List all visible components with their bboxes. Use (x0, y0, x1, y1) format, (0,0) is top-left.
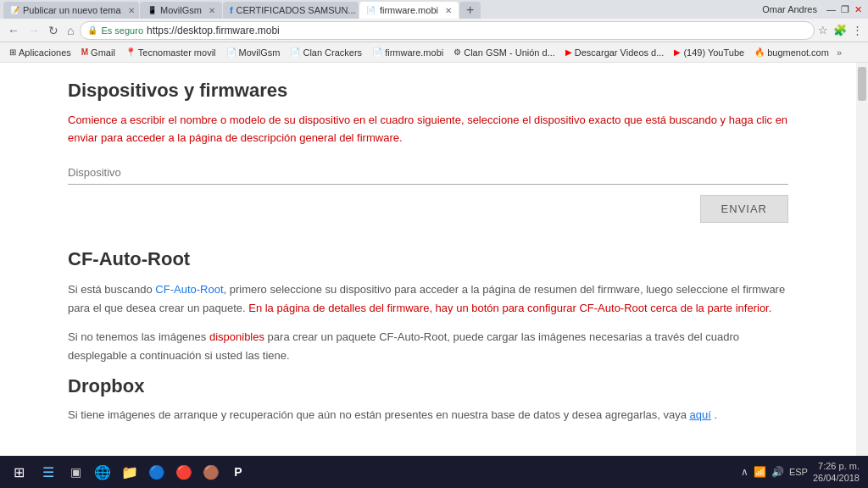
secure-label: Es seguro (101, 25, 143, 36)
bookmark-bugmenot-label: bugmenot.com (767, 47, 829, 58)
bookmark-clancrackers[interactable]: 📄 Clan Crackers (286, 44, 366, 61)
section-dropbox: Dropbox Si tiene imágenes de arranque y … (68, 375, 788, 424)
url-text: https://desktop.firmware.mobi (147, 25, 807, 36)
taskbar-cortana[interactable]: ☰ (36, 459, 61, 485)
section3-title: Dropbox (68, 375, 788, 397)
back-button[interactable]: ← (5, 24, 22, 37)
tab4-label: firmware.mobi (380, 5, 438, 15)
bookmark-clangsm[interactable]: ⚙ Clan GSM - Unión d... (449, 44, 559, 61)
bookmark-youtube[interactable]: ▶ (149) YouTube (670, 44, 748, 61)
bookmark-firmware[interactable]: 📄 firmware.mobi (368, 44, 448, 61)
navigation-bar: ← → ↻ ⌂ 🔒 Es seguro https://desktop.firm… (0, 19, 868, 42)
section1-desc-text: Comience a escribir el nombre o modelo d… (68, 114, 787, 144)
tab1-label: Publicar un nuevo tema (23, 5, 121, 15)
bookmark-descargar[interactable]: ▶ Descargar Videos d... (561, 44, 669, 61)
tab3-favicon: f (230, 5, 233, 15)
bookmark-apps[interactable]: ⊞ Aplicaciones (5, 44, 75, 61)
bookmark-clangsm-label: Clan GSM - Unión d... (464, 47, 555, 58)
device-input[interactable] (68, 161, 788, 185)
icon5: 🔴 (175, 464, 192, 480)
scroll-thumb[interactable] (858, 67, 866, 101)
bookmark-descargar-label: Descargar Videos d... (575, 47, 665, 58)
tecnomaster-icon: 📍 (125, 47, 136, 57)
bookmark-apps-label: Aplicaciones (19, 47, 71, 58)
minimize-button[interactable]: — (824, 4, 838, 14)
tray-sound-icon[interactable]: 🔊 (771, 466, 784, 478)
close-button[interactable]: ✕ (852, 4, 865, 15)
title-bar: 📝 Publicar un nuevo tema ✕ 📱 MovilGsm ✕ … (0, 0, 868, 19)
forward-button[interactable]: → (25, 24, 42, 37)
maximize-button[interactable]: ❐ (838, 4, 852, 15)
tab-1[interactable]: 📝 Publicar un nuevo tema ✕ (3, 2, 139, 19)
icon6: 🟤 (203, 464, 220, 480)
username-label: Omar Andres (762, 4, 817, 14)
taskbar-edge[interactable]: 🌐 (90, 459, 115, 485)
section3-desc-text: Si tiene imágenes de arranque y recupera… (68, 408, 687, 421)
bookmark-youtube-label: (149) YouTube (683, 47, 744, 58)
bookmark-bugmenot[interactable]: 🔥 bugmenot.com (750, 44, 833, 61)
address-bar[interactable]: 🔒 Es seguro https://desktop.firmware.mob… (80, 21, 815, 40)
descargar-icon: ▶ (565, 47, 572, 57)
extension-icon[interactable]: 🧩 (833, 24, 847, 36)
scrollbar[interactable] (856, 63, 868, 456)
section3-desc: Si tiene imágenes de arranque y recupera… (68, 406, 788, 424)
home-button[interactable]: ⌂ (64, 24, 76, 37)
taskbar-taskview[interactable]: ▣ (63, 459, 88, 485)
section3-desc-after: . (715, 408, 718, 421)
taskbar-chrome[interactable]: 🔵 (144, 459, 170, 485)
start-button[interactable]: ⊞ (3, 457, 34, 487)
taskbar-explorer[interactable]: 📁 (117, 459, 142, 485)
bugmenot-icon: 🔥 (754, 47, 765, 57)
bookmark-gmail-label: Gmail (91, 47, 115, 58)
refresh-button[interactable]: ↻ (46, 24, 61, 37)
section2-highlight2: disponibles (209, 330, 264, 343)
tray-network-icon[interactable]: 📶 (754, 466, 766, 478)
icon7: P (234, 465, 242, 479)
tab1-close[interactable]: ✕ (128, 6, 135, 15)
tray-up-icon[interactable]: ∧ (741, 466, 748, 478)
bookmark-clancrackers-label: Clan Crackers (303, 47, 362, 58)
bookmarks-more-icon[interactable]: » (837, 47, 842, 58)
firmware-bm-icon: 📄 (372, 47, 382, 57)
taskbar-icon6[interactable]: 🟤 (198, 459, 224, 485)
nav-right-icons: ☆ 🧩 ⋮ (818, 24, 863, 36)
bookmark-tecnomaster[interactable]: 📍 Tecnomaster movil (121, 44, 220, 61)
star-icon[interactable]: ☆ (818, 24, 828, 36)
taskbar-icon7[interactable]: P (225, 459, 251, 485)
submit-btn-container: ENVIAR (68, 195, 788, 223)
clancrackers-icon: 📄 (290, 47, 300, 57)
section2-desc1-part1: Si está buscando (68, 283, 155, 296)
bookmark-movilgsm[interactable]: 📄 MovilGsm (222, 44, 285, 61)
youtube-icon: ▶ (674, 47, 681, 57)
taskbar-tray: ∧ 📶 🔊 ESP 7:26 p. m. 26/04/2018 (736, 456, 865, 488)
section3-link[interactable]: aquí (690, 408, 711, 421)
tab3-label: CERTIFICADOS SAMSUN... (236, 5, 356, 15)
section1-desc: Comience a escribir el nombre o modelo d… (68, 112, 788, 147)
tray-time-text: 7:26 p. m. (818, 460, 860, 472)
chrome-icon: 🔵 (148, 464, 165, 480)
tab4-close[interactable]: ✕ (445, 6, 452, 15)
section2-desc2: Si no tenemos las imágenes disponibles p… (68, 328, 788, 365)
bookmark-movilgsm-label: MovilGsm (239, 47, 281, 58)
tab-4[interactable]: 📄 firmware.mobi ✕ (359, 2, 459, 19)
tray-language[interactable]: ESP (789, 467, 808, 477)
section2-highlight1: En la página de detalles del firmware, h… (248, 302, 771, 314)
bookmark-gmail[interactable]: M Gmail (77, 44, 120, 61)
gmail-icon: M (81, 47, 88, 57)
tab2-close[interactable]: ✕ (209, 6, 215, 15)
submit-button[interactable]: ENVIAR (700, 195, 788, 223)
tab-2[interactable]: 📱 MovilGsm ✕ (140, 2, 222, 19)
tab-new[interactable]: + (459, 2, 481, 19)
section2-link1: CF-Auto-Root (155, 283, 223, 296)
taskbar-icon5[interactable]: 🔴 (171, 459, 197, 485)
tab2-label: MovilGsm (160, 5, 202, 15)
bookmarks-bar: ⊞ Aplicaciones M Gmail 📍 Tecnomaster mov… (0, 42, 868, 63)
section1-title: Dispositivos y firmwares (68, 80, 788, 102)
page-content: Dispositivos y firmwares Comience a escr… (0, 63, 856, 456)
tab-3[interactable]: f CERTIFICADOS SAMSUN... ✕ (223, 2, 359, 19)
clangsm-icon: ⚙ (453, 47, 461, 57)
explorer-icon: 📁 (121, 464, 138, 480)
taskview-icon: ▣ (70, 465, 81, 479)
lock-icon: 🔒 (87, 25, 97, 35)
menu-icon[interactable]: ⋮ (852, 24, 863, 36)
